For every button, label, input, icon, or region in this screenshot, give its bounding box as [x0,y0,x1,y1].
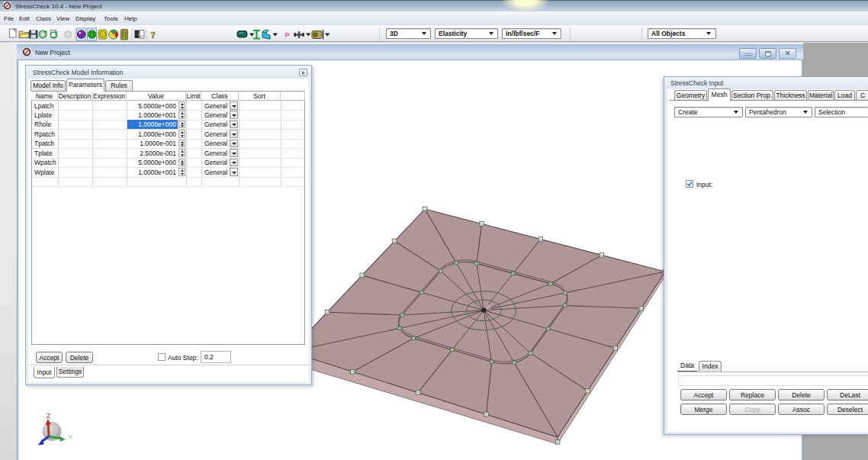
svg-text:Y: Y [68,433,72,441]
svg-text:?: ? [151,29,156,40]
svg-text:P: P [285,31,290,39]
svg-text:Z: Z [47,412,50,420]
